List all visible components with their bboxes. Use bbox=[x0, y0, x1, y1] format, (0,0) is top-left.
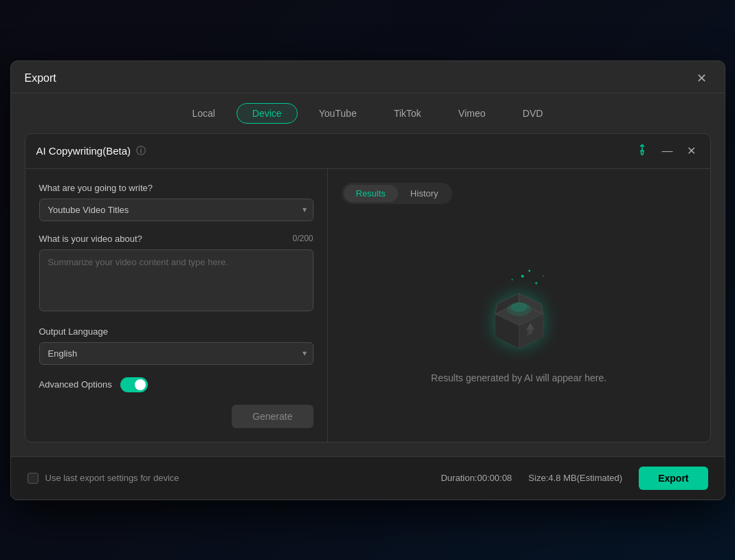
tab-device[interactable]: Device bbox=[237, 103, 298, 124]
svg-point-3 bbox=[542, 276, 544, 277]
write-label: What are you going to write? bbox=[39, 183, 314, 193]
write-select-wrapper: Youtube Video Titles Youtube Video Descr… bbox=[39, 199, 314, 221]
info-icon[interactable]: ⓘ bbox=[136, 145, 146, 157]
history-tab[interactable]: History bbox=[398, 185, 450, 202]
char-count: 0/200 bbox=[292, 234, 313, 243]
language-select[interactable]: English Spanish French German Chinese bbox=[39, 342, 314, 365]
ai-copywriting-panel: AI Copywriting(Beta) ⓘ — ✕ bbox=[25, 133, 711, 443]
left-pane: What are you going to write? Youtube Vid… bbox=[25, 169, 328, 442]
toggle-slider bbox=[120, 377, 148, 392]
tab-vimeo[interactable]: Vimeo bbox=[443, 103, 501, 124]
panel-title-row: AI Copywriting(Beta) ⓘ bbox=[36, 145, 146, 157]
minimize-button[interactable]: — bbox=[659, 144, 677, 159]
write-field-group: What are you going to write? Youtube Vid… bbox=[39, 183, 314, 221]
size-display: Size:4.8 MB(Estimated) bbox=[529, 473, 623, 483]
panel-content: What are you going to write? Youtube Vid… bbox=[25, 169, 710, 442]
video-about-textarea[interactable] bbox=[39, 249, 314, 311]
modal-header: Export ✕ bbox=[11, 61, 725, 93]
empty-state-illustration bbox=[471, 262, 567, 359]
use-last-settings-label: Use last export settings for device bbox=[45, 473, 179, 483]
panel-actions: — ✕ bbox=[633, 142, 699, 160]
results-tab[interactable]: Results bbox=[344, 185, 398, 202]
tab-youtube[interactable]: YouTube bbox=[303, 103, 373, 124]
panel-title: AI Copywriting(Beta) bbox=[36, 145, 131, 157]
panel-header: AI Copywriting(Beta) ⓘ — ✕ bbox=[25, 134, 710, 169]
panel-close-button[interactable]: ✕ bbox=[683, 143, 699, 159]
language-field-group: Output Language English Spanish French G… bbox=[39, 326, 314, 365]
textarea-wrapper bbox=[39, 249, 314, 314]
advanced-options-toggle[interactable] bbox=[120, 377, 148, 392]
modal-close-button[interactable]: ✕ bbox=[692, 71, 711, 86]
svg-point-4 bbox=[528, 269, 530, 271]
language-select-wrapper: English Spanish French German Chinese ▾ bbox=[39, 342, 314, 365]
tab-tiktok[interactable]: TikTok bbox=[378, 103, 437, 124]
modal-body: AI Copywriting(Beta) ⓘ — ✕ bbox=[11, 133, 725, 456]
generate-btn-row: Generate bbox=[39, 405, 314, 428]
right-pane: Results History bbox=[328, 169, 710, 442]
tab-dvd[interactable]: DVD bbox=[507, 103, 559, 124]
language-label: Output Language bbox=[39, 326, 314, 337]
modal-title: Export bbox=[25, 72, 56, 85]
footer-right: Duration:00:00:08 Size:4.8 MB(Estimated)… bbox=[441, 467, 707, 490]
modal-footer: Use last export settings for device Dura… bbox=[11, 456, 725, 500]
export-modal: Export ✕ Local Device YouTube TikTok Vim… bbox=[10, 60, 725, 500]
write-select[interactable]: Youtube Video Titles Youtube Video Descr… bbox=[39, 199, 314, 221]
generate-button[interactable]: Generate bbox=[232, 405, 313, 428]
results-history-tabs: Results History bbox=[342, 183, 453, 204]
footer-left: Use last export settings for device bbox=[28, 473, 179, 484]
use-last-settings-checkbox[interactable] bbox=[28, 473, 39, 484]
duration-display: Duration:00:00:08 bbox=[441, 473, 512, 483]
export-tabs: Local Device YouTube TikTok Vimeo DVD bbox=[11, 93, 725, 133]
advanced-options-label: Advanced Options bbox=[39, 379, 112, 390]
svg-point-15 bbox=[511, 302, 527, 312]
video-about-group: What is your video about? 0/200 bbox=[39, 234, 314, 314]
advanced-options-row: Advanced Options bbox=[39, 377, 314, 392]
video-about-label: What is your video about? 0/200 bbox=[39, 234, 314, 244]
results-content: Results generated by AI will appear here… bbox=[342, 218, 696, 428]
export-button[interactable]: Export bbox=[639, 467, 707, 490]
pin-button[interactable] bbox=[633, 142, 652, 160]
svg-point-2 bbox=[512, 279, 513, 280]
empty-state-text: Results generated by AI will appear here… bbox=[431, 372, 606, 383]
tab-local[interactable]: Local bbox=[176, 103, 230, 124]
